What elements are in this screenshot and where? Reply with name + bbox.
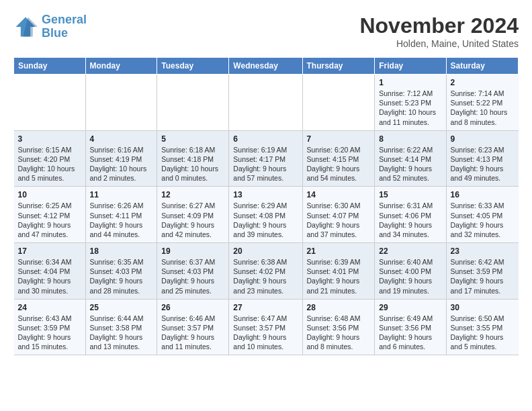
calendar-week-row: 3Sunrise: 6:15 AM Sunset: 4:20 PM Daylig… [14,130,519,187]
day-of-week-header: Monday [85,58,157,75]
day-number: 24 [18,303,81,312]
page: General Blue November 2024 Holden, Maine… [0,0,532,362]
calendar-cell: 26Sunrise: 6:46 AM Sunset: 3:57 PM Dayli… [157,299,229,355]
day-number: 30 [451,303,515,312]
calendar-cell: 28Sunrise: 6:48 AM Sunset: 3:56 PM Dayli… [302,299,375,355]
calendar-cell: 23Sunrise: 6:42 AM Sunset: 3:59 PM Dayli… [446,243,518,300]
day-info: Sunrise: 6:29 AM Sunset: 4:08 PM Dayligh… [233,201,298,239]
calendar-cell: 3Sunrise: 6:15 AM Sunset: 4:20 PM Daylig… [14,130,86,187]
calendar-cell [14,75,86,131]
calendar-cell: 2Sunrise: 7:14 AM Sunset: 5:22 PM Daylig… [446,75,518,131]
day-info: Sunrise: 6:34 AM Sunset: 4:04 PM Dayligh… [18,257,81,295]
calendar-cell: 18Sunrise: 6:35 AM Sunset: 4:03 PM Dayli… [85,243,157,300]
calendar-cell: 22Sunrise: 6:40 AM Sunset: 4:00 PM Dayli… [375,243,446,300]
day-info: Sunrise: 6:18 AM Sunset: 4:18 PM Dayligh… [161,145,224,183]
day-number: 11 [90,190,153,199]
day-info: Sunrise: 6:50 AM Sunset: 3:55 PM Dayligh… [451,314,515,352]
day-number: 18 [90,246,153,256]
day-number: 17 [18,246,81,256]
day-info: Sunrise: 6:33 AM Sunset: 4:05 PM Dayligh… [451,201,515,239]
day-number: 14 [307,190,371,199]
day-number: 26 [161,303,224,312]
calendar-week-row: 1Sunrise: 7:12 AM Sunset: 5:23 PM Daylig… [14,75,519,131]
day-info: Sunrise: 6:16 AM Sunset: 4:19 PM Dayligh… [90,145,153,183]
calendar-cell: 11Sunrise: 6:26 AM Sunset: 4:11 PM Dayli… [85,187,157,243]
day-info: Sunrise: 6:22 AM Sunset: 4:14 PM Dayligh… [379,145,441,183]
calendar-cell: 30Sunrise: 6:50 AM Sunset: 3:55 PM Dayli… [446,299,518,355]
calendar-cell: 7Sunrise: 6:20 AM Sunset: 4:15 PM Daylig… [302,130,375,187]
calendar-week-row: 10Sunrise: 6:25 AM Sunset: 4:12 PM Dayli… [14,187,519,243]
day-number: 3 [18,134,81,144]
day-info: Sunrise: 6:38 AM Sunset: 4:02 PM Dayligh… [233,257,298,295]
day-info: Sunrise: 7:12 AM Sunset: 5:23 PM Dayligh… [379,89,441,127]
logo-text: General Blue [42,13,87,40]
calendar-cell: 15Sunrise: 6:31 AM Sunset: 4:06 PM Dayli… [375,187,446,243]
day-of-week-header: Friday [375,58,446,75]
day-of-week-header: Wednesday [229,58,302,75]
calendar-cell: 20Sunrise: 6:38 AM Sunset: 4:02 PM Dayli… [229,243,302,300]
day-info: Sunrise: 6:47 AM Sunset: 3:57 PM Dayligh… [233,314,298,352]
day-of-week-header: Saturday [446,58,518,75]
day-number: 16 [451,190,515,199]
day-info: Sunrise: 6:39 AM Sunset: 4:01 PM Dayligh… [307,257,371,295]
day-number: 29 [379,303,441,312]
day-number: 19 [161,246,224,256]
calendar-cell: 14Sunrise: 6:30 AM Sunset: 4:07 PM Dayli… [302,187,375,243]
calendar-cell [229,75,302,131]
day-number: 15 [379,190,441,199]
day-info: Sunrise: 6:23 AM Sunset: 4:13 PM Dayligh… [451,145,515,183]
calendar-cell: 5Sunrise: 6:18 AM Sunset: 4:18 PM Daylig… [157,130,229,187]
month-title: November 2024 [359,13,519,38]
calendar-cell [85,75,157,131]
day-number: 4 [90,134,153,144]
day-number: 2 [451,78,515,87]
day-number: 1 [379,78,441,87]
day-number: 5 [161,134,224,144]
day-info: Sunrise: 6:43 AM Sunset: 3:59 PM Dayligh… [18,314,81,352]
day-info: Sunrise: 6:40 AM Sunset: 4:00 PM Dayligh… [379,257,441,295]
day-info: Sunrise: 6:48 AM Sunset: 3:56 PM Dayligh… [307,314,371,352]
calendar-week-row: 17Sunrise: 6:34 AM Sunset: 4:04 PM Dayli… [14,243,519,300]
day-number: 9 [451,134,515,144]
day-info: Sunrise: 6:25 AM Sunset: 4:12 PM Dayligh… [18,201,81,239]
calendar-header-row: SundayMondayTuesdayWednesdayThursdayFrid… [14,58,519,75]
day-of-week-header: Tuesday [157,58,229,75]
calendar-week-row: 24Sunrise: 6:43 AM Sunset: 3:59 PM Dayli… [14,299,519,355]
day-number: 13 [233,190,298,199]
calendar-cell: 25Sunrise: 6:44 AM Sunset: 3:58 PM Dayli… [85,299,157,355]
calendar-cell: 13Sunrise: 6:29 AM Sunset: 4:08 PM Dayli… [229,187,302,243]
calendar-cell: 6Sunrise: 6:19 AM Sunset: 4:17 PM Daylig… [229,130,302,187]
day-number: 25 [90,303,153,312]
day-info: Sunrise: 6:19 AM Sunset: 4:17 PM Dayligh… [233,145,298,183]
calendar-cell: 4Sunrise: 6:16 AM Sunset: 4:19 PM Daylig… [85,130,157,187]
calendar-cell: 17Sunrise: 6:34 AM Sunset: 4:04 PM Dayli… [14,243,86,300]
title-block: November 2024 Holden, Maine, United Stat… [359,13,519,49]
calendar-cell: 16Sunrise: 6:33 AM Sunset: 4:05 PM Dayli… [446,187,518,243]
calendar-cell: 8Sunrise: 6:22 AM Sunset: 4:14 PM Daylig… [375,130,446,187]
header: General Blue November 2024 Holden, Maine… [13,13,519,49]
calendar-cell: 29Sunrise: 6:49 AM Sunset: 3:56 PM Dayli… [375,299,446,355]
day-number: 27 [233,303,298,312]
calendar-cell: 27Sunrise: 6:47 AM Sunset: 3:57 PM Dayli… [229,299,302,355]
logo-line2: Blue [42,26,68,40]
day-info: Sunrise: 6:46 AM Sunset: 3:57 PM Dayligh… [161,314,224,352]
day-number: 7 [307,134,371,144]
day-number: 28 [307,303,371,312]
logo-icon [13,15,38,39]
day-info: Sunrise: 6:37 AM Sunset: 4:03 PM Dayligh… [161,257,224,295]
calendar-table: SundayMondayTuesdayWednesdayThursdayFrid… [13,57,519,355]
day-info: Sunrise: 6:30 AM Sunset: 4:07 PM Dayligh… [307,201,371,239]
day-info: Sunrise: 6:44 AM Sunset: 3:58 PM Dayligh… [90,314,153,352]
day-info: Sunrise: 6:35 AM Sunset: 4:03 PM Dayligh… [90,257,153,295]
day-of-week-header: Sunday [14,58,86,75]
day-info: Sunrise: 7:14 AM Sunset: 5:22 PM Dayligh… [451,89,515,127]
calendar-cell [302,75,375,131]
day-info: Sunrise: 6:26 AM Sunset: 4:11 PM Dayligh… [90,201,153,239]
calendar-cell: 24Sunrise: 6:43 AM Sunset: 3:59 PM Dayli… [14,299,86,355]
logo: General Blue [13,13,87,40]
calendar-cell: 12Sunrise: 6:27 AM Sunset: 4:09 PM Dayli… [157,187,229,243]
day-number: 22 [379,246,441,256]
day-of-week-header: Thursday [302,58,375,75]
day-info: Sunrise: 6:20 AM Sunset: 4:15 PM Dayligh… [307,145,371,183]
day-info: Sunrise: 6:15 AM Sunset: 4:20 PM Dayligh… [18,145,81,183]
